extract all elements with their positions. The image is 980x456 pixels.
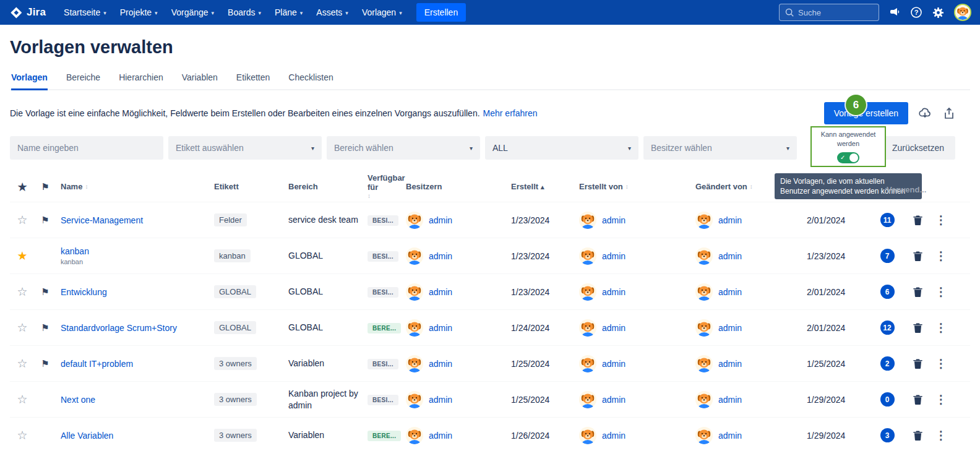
created-by-link[interactable]: admin (602, 251, 625, 261)
nav-item-boards[interactable]: Boards▾ (221, 0, 268, 25)
star-icon[interactable]: ☆ (17, 394, 27, 405)
tab-etiketten[interactable]: Etiketten (236, 72, 270, 90)
usage-count-badge[interactable]: 0 (880, 392, 895, 407)
modified-by-link[interactable]: admin (718, 359, 742, 369)
tab-variablen[interactable]: Variablen (182, 72, 218, 90)
owner-link[interactable]: admin (429, 251, 452, 261)
kebab-menu-icon[interactable]: ⋮ (935, 430, 947, 441)
usage-count-badge[interactable]: 3 (880, 428, 895, 442)
kebab-menu-icon[interactable]: ⋮ (935, 215, 947, 225)
export-share-icon[interactable] (942, 106, 956, 121)
modified-by-link[interactable]: admin (718, 251, 742, 261)
search-input[interactable] (798, 8, 874, 17)
usage-count-badge[interactable]: 11 (880, 213, 895, 227)
owner-link[interactable]: admin (429, 431, 452, 441)
column-header-erstellt-von[interactable]: Erstellt von↕ (574, 183, 690, 192)
nav-item-vorgaenge[interactable]: Vorgänge▾ (165, 0, 221, 25)
kebab-menu-icon[interactable]: ⋮ (935, 394, 947, 405)
template-name-link[interactable]: Service-Management (61, 215, 209, 225)
star-icon[interactable]: ☆ (17, 358, 27, 369)
reset-filters-button[interactable]: Zurücksetzen (881, 136, 955, 160)
owner-link[interactable]: admin (429, 215, 452, 225)
tab-bereiche[interactable]: Bereiche (66, 72, 100, 90)
page-description: Die Vorlage ist eine einfache Möglichkei… (10, 108, 480, 118)
sort-asc-icon: ▴ (541, 183, 544, 191)
delete-button[interactable] (912, 358, 924, 369)
template-name-link[interactable]: default IT+problem (61, 359, 209, 369)
star-icon[interactable]: ☆ (17, 286, 27, 298)
delete-button[interactable] (912, 322, 924, 333)
nav-item-projekte[interactable]: Projekte▾ (113, 0, 165, 25)
top-navigation-bar: Jira Startseite▾ Projekte▾ Vorgänge▾ Boa… (0, 0, 980, 25)
tab-hierarchien[interactable]: Hierarchien (119, 72, 163, 90)
star-icon[interactable]: ☆ (17, 322, 27, 333)
announcements-megaphone-icon[interactable] (888, 6, 901, 19)
label-lozenge: GLOBAL (214, 285, 256, 298)
star-icon[interactable]: ☆ (17, 214, 27, 226)
created-by-link[interactable]: admin (602, 215, 625, 225)
star-icon[interactable]: ☆ (17, 429, 27, 441)
template-name-link[interactable]: Standardvorlage Scrum+Story (61, 323, 209, 333)
created-by-link[interactable]: admin (602, 287, 625, 297)
template-name-link[interactable]: Entwicklung (61, 287, 209, 297)
nav-item-startseite[interactable]: Startseite▾ (57, 0, 113, 25)
modified-by-link[interactable]: admin (718, 323, 742, 333)
user-profile-avatar[interactable] (954, 4, 971, 21)
kebab-menu-icon[interactable]: ⋮ (935, 251, 947, 261)
jira-logo[interactable]: Jira (9, 6, 56, 19)
column-header-verfuegbar-fuer[interactable]: Verfügbar für↕ (363, 174, 401, 199)
global-search-box[interactable] (779, 4, 879, 21)
usage-count-badge[interactable]: 6 (880, 285, 895, 299)
owner-link[interactable]: admin (429, 395, 452, 405)
kebab-menu-icon[interactable]: ⋮ (935, 358, 947, 369)
delete-button[interactable] (912, 250, 924, 262)
settings-gear-icon[interactable] (932, 6, 945, 19)
usage-count-badge[interactable]: 2 (880, 356, 895, 371)
template-name-link[interactable]: Next one (61, 395, 209, 405)
modified-by-link[interactable]: admin (718, 431, 742, 441)
user-avatar (579, 391, 596, 408)
kebab-menu-icon[interactable]: ⋮ (935, 286, 947, 297)
can-apply-toggle[interactable]: ✓ (837, 152, 859, 163)
template-name-link[interactable]: Alle Variablen (61, 431, 209, 441)
owner-cell: admin (401, 247, 506, 265)
created-by-link[interactable]: admin (602, 359, 625, 369)
delete-button[interactable] (912, 286, 924, 298)
import-cloud-icon[interactable] (918, 106, 932, 121)
owner-link[interactable]: admin (429, 287, 452, 297)
delete-button[interactable] (912, 429, 924, 441)
usage-count-badge[interactable]: 12 (880, 320, 895, 335)
usage-count-badge[interactable]: 7 (880, 249, 895, 263)
created-by-link[interactable]: admin (602, 395, 625, 405)
owner-filter-select[interactable]: Besitzer wählen ▾ (643, 136, 797, 160)
owner-link[interactable]: admin (429, 323, 452, 333)
tab-checklisten[interactable]: Checklisten (288, 72, 333, 90)
created-by-link[interactable]: admin (602, 323, 625, 333)
help-icon[interactable]: ? (910, 6, 922, 19)
delete-button[interactable] (912, 214, 924, 226)
column-header-erstellt[interactable]: Erstellt▴ (506, 183, 574, 192)
modified-by-link[interactable]: admin (718, 287, 742, 297)
label-filter-select[interactable]: Etikett auswählen ▾ (168, 136, 322, 160)
column-label: Verfügbar für (368, 174, 405, 192)
name-filter[interactable] (10, 136, 163, 160)
owner-link[interactable]: admin (429, 359, 452, 369)
status-filter-select[interactable]: ALL ▾ (485, 136, 638, 160)
scope-filter-select[interactable]: Bereich wählen ▾ (327, 136, 480, 160)
tab-vorlagen[interactable]: Vorlagen (11, 72, 48, 90)
nav-item-assets[interactable]: Assets▾ (309, 0, 355, 25)
name-filter-input[interactable] (17, 143, 156, 153)
modified-by-link[interactable]: admin (718, 395, 742, 405)
column-header-name[interactable]: Name↕ (56, 183, 209, 192)
delete-button[interactable] (912, 394, 924, 405)
template-name-link[interactable]: kanban (61, 246, 209, 256)
nav-create-button[interactable]: Erstellen (416, 3, 466, 22)
modified-by-link[interactable]: admin (718, 215, 742, 225)
learn-more-link[interactable]: Mehr erfahren (483, 108, 538, 118)
created-by-link[interactable]: admin (602, 431, 625, 441)
nav-item-plaene[interactable]: Pläne▾ (268, 0, 309, 25)
kebab-menu-icon[interactable]: ⋮ (935, 322, 947, 333)
star-icon[interactable]: ★ (17, 250, 27, 262)
nav-item-vorlagen[interactable]: Vorlagen▾ (355, 0, 409, 25)
column-header-bereich: Bereich (283, 183, 363, 192)
